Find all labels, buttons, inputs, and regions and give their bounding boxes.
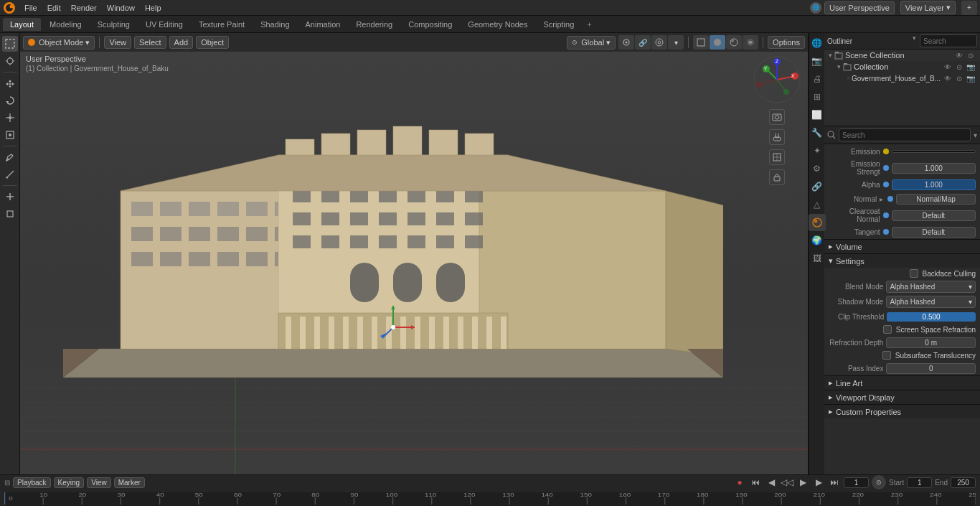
- props-output-tab[interactable]: 🖨: [809, 70, 826, 88]
- keying-menu[interactable]: Keying: [54, 477, 85, 488]
- props-filter-btn[interactable]: ▾: [974, 131, 977, 139]
- jump-end-btn[interactable]: ⏭: [828, 476, 841, 489]
- shading-rendered[interactable]: [743, 35, 758, 50]
- shading-solid[interactable]: [710, 35, 725, 50]
- emission-dot[interactable]: [883, 149, 889, 154]
- col-render-icon[interactable]: 📷: [966, 63, 976, 71]
- emission-strength-value[interactable]: 1.000: [892, 163, 976, 174]
- tool-scale[interactable]: [2, 110, 18, 126]
- viewport-area[interactable]: Object Mode ▾ View Select Add Object ⊙ G…: [20, 33, 808, 474]
- pass-index-value[interactable]: 0: [886, 363, 976, 374]
- view-layer-selector[interactable]: View Layer ▾: [900, 1, 956, 14]
- camera-view-btn[interactable]: [769, 109, 785, 125]
- normal-dot[interactable]: [887, 196, 893, 202]
- normal-expand-arrow[interactable]: ▸: [880, 195, 883, 203]
- next-frame-btn[interactable]: ▶: [812, 476, 825, 489]
- obj-render-icon[interactable]: 📷: [966, 75, 976, 83]
- record-btn[interactable]: ●: [733, 476, 746, 489]
- scene-col-restrict-icon[interactable]: 👁: [954, 52, 964, 60]
- timeline-view-menu[interactable]: View: [87, 477, 111, 488]
- scene-selector[interactable]: User Perspective: [824, 1, 895, 14]
- scene-col-camera-icon[interactable]: ⊙: [966, 52, 976, 60]
- tab-shading[interactable]: Shading: [253, 18, 296, 31]
- tool-move[interactable]: [2, 75, 18, 91]
- props-object-tab[interactable]: ⬜: [809, 106, 826, 123]
- menu-window[interactable]: Window: [103, 2, 139, 14]
- options-btn[interactable]: Options: [768, 36, 805, 49]
- tool-add[interactable]: [2, 189, 18, 205]
- tab-layout[interactable]: Layout: [3, 18, 41, 31]
- outliner-filter-btn[interactable]: ▾: [910, 34, 918, 47]
- add-menu[interactable]: Add: [169, 36, 194, 49]
- select-menu[interactable]: Select: [134, 36, 166, 49]
- object-mode-dropdown[interactable]: Object Mode ▾: [23, 36, 95, 50]
- tab-texture-paint[interactable]: Texture Paint: [192, 18, 252, 31]
- line-art-section[interactable]: ▸ Line Art: [824, 375, 980, 390]
- timeline-ruler[interactable]: 0 10 20 30 40 50 60 70 80 90 1: [4, 492, 976, 506]
- tab-rendering[interactable]: Rendering: [349, 18, 400, 31]
- tab-compositing[interactable]: Compositing: [401, 18, 459, 31]
- tab-sculpting[interactable]: Sculpting: [90, 18, 137, 31]
- tab-uv-editing[interactable]: UV Editing: [138, 18, 190, 31]
- normal-value[interactable]: Normal/Map: [896, 194, 976, 205]
- viewport-display-section[interactable]: ▸ Viewport Display: [824, 390, 980, 404]
- alpha-dot[interactable]: [883, 182, 889, 187]
- start-frame-input[interactable]: [907, 477, 932, 488]
- props-render-tab[interactable]: 📷: [809, 52, 826, 70]
- props-constraints-tab[interactable]: 🔗: [809, 178, 826, 195]
- obj-eye-icon[interactable]: 👁: [943, 75, 953, 83]
- transform-orientation[interactable]: ⊙ Global ▾: [567, 36, 616, 50]
- tool-empty[interactable]: [2, 206, 18, 222]
- camera-align-btn[interactable]: [769, 149, 785, 165]
- marker-menu[interactable]: Marker: [114, 477, 145, 488]
- clearcoat-normal-value[interactable]: Default: [892, 210, 976, 221]
- emission-value[interactable]: [892, 150, 976, 153]
- scene-collection-header[interactable]: ▾ Scene Collection 👁 ⊙: [824, 50, 980, 61]
- tangent-value[interactable]: Default: [892, 227, 976, 238]
- col-view-icon[interactable]: ⊙: [954, 63, 964, 71]
- snap-type-btn[interactable]: 🔗: [635, 35, 651, 50]
- tool-measure[interactable]: [2, 167, 18, 182]
- playback-menu[interactable]: Playback: [13, 477, 51, 488]
- custom-properties-section[interactable]: ▸ Custom Properties: [824, 404, 980, 418]
- snap-btn[interactable]: [618, 35, 634, 50]
- play-reverse-btn[interactable]: ◁◁: [781, 476, 793, 489]
- add-workspace-tab[interactable]: +: [583, 19, 595, 30]
- props-texture-tab[interactable]: 🖼: [809, 250, 826, 267]
- object-menu[interactable]: Object: [196, 36, 229, 49]
- props-scene-tab[interactable]: 🌐: [809, 34, 826, 52]
- props-physics-tab[interactable]: ⚙: [809, 160, 826, 177]
- jump-start-btn[interactable]: ⏮: [749, 476, 762, 489]
- tangent-dot[interactable]: [883, 229, 889, 235]
- proportional-btn[interactable]: [651, 35, 667, 50]
- menu-help[interactable]: Help: [141, 2, 166, 14]
- tab-geometry-nodes[interactable]: Geometry Nodes: [461, 18, 534, 31]
- tool-annotate[interactable]: [2, 149, 18, 165]
- tool-rotate[interactable]: [2, 93, 18, 108]
- volume-section[interactable]: ▸ Volume: [824, 239, 980, 253]
- shadow-mode-dropdown[interactable]: Alpha Hashed ▾: [886, 296, 976, 308]
- properties-search-input[interactable]: [839, 128, 971, 141]
- tab-animation[interactable]: Animation: [298, 18, 348, 31]
- tool-select[interactable]: [2, 36, 18, 52]
- subsurface-translucency-checkbox[interactable]: [882, 351, 891, 360]
- object-item-row[interactable]: Government_House_of_B... 👁 ⊙ 📷: [824, 72, 980, 84]
- screen-space-refraction-checkbox[interactable]: [883, 325, 892, 334]
- tab-modeling[interactable]: Modeling: [42, 18, 89, 31]
- settings-section[interactable]: ▾ Settings: [824, 253, 980, 268]
- props-viewlayer-tab[interactable]: ⊞: [809, 88, 826, 106]
- shading-wire[interactable]: [693, 35, 709, 50]
- props-data-tab[interactable]: △: [809, 196, 826, 213]
- tool-cursor[interactable]: [2, 53, 18, 69]
- obj-view-icon[interactable]: ⊙: [954, 75, 964, 83]
- end-frame-input[interactable]: [951, 477, 976, 488]
- tab-scripting[interactable]: Scripting: [536, 18, 581, 31]
- frame-counter-circle[interactable]: ⊙: [872, 475, 886, 489]
- lock-camera-btn[interactable]: [769, 169, 785, 185]
- menu-file[interactable]: File: [20, 2, 42, 14]
- prev-frame-btn[interactable]: ◀: [765, 476, 778, 489]
- collection-item-row[interactable]: ▾ Collection 👁 ⊙ 📷: [824, 61, 980, 72]
- outliner-search[interactable]: [920, 34, 977, 47]
- view-menu[interactable]: View: [104, 36, 131, 49]
- timeline-icon[interactable]: ⊟: [4, 479, 10, 487]
